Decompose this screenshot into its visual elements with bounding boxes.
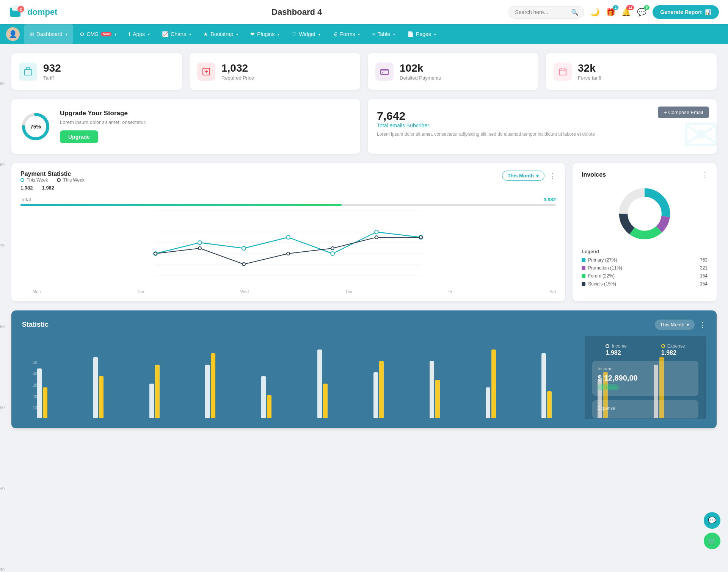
force-tariff-icon	[554, 63, 572, 81]
email-desc: Lorem ipsum dolor sit amet, consectetur …	[377, 132, 708, 137]
bar-white	[93, 357, 98, 418]
theme-toggle[interactable]: 🌙	[590, 8, 600, 17]
statistic-body: 50 40 30 20 10 Income	[22, 336, 706, 419]
legend-val-forum: 154	[700, 273, 708, 279]
svg-point-30	[242, 263, 245, 266]
upgrade-desc: Lorem ipsum dolor sit amet, onsectetur.	[60, 119, 146, 125]
chevron-down-icon-charts: ▾	[189, 32, 191, 36]
bar-yellow	[323, 384, 328, 418]
notifications-button[interactable]: 🔔 12	[621, 8, 631, 17]
storage-percent: 75%	[30, 124, 41, 130]
avatar: 👤	[6, 27, 20, 41]
bar-white	[373, 372, 378, 418]
legend-dot-dark	[57, 178, 61, 182]
required-price-icon	[197, 63, 215, 81]
detailed-payments-icon	[375, 63, 394, 81]
income-label: Income	[612, 343, 626, 349]
email-sub-label: Total emails Subcriber.	[377, 122, 708, 129]
storage-progress: 75%	[20, 111, 51, 142]
legend-dot-teal	[20, 178, 24, 182]
bar-white	[261, 376, 266, 418]
line-chart-area	[20, 210, 556, 288]
bar-yellow	[547, 391, 552, 418]
bar-yellow	[491, 349, 496, 418]
main-content: 932 Tariff 1,032 Required Price 102k Det…	[0, 44, 728, 437]
bar-yellow	[43, 387, 47, 418]
income-box: Income $ 12,890,00 ⬆ +15%	[592, 361, 698, 396]
invoices-more-button[interactable]: ⋮	[701, 171, 708, 179]
income-dot	[606, 344, 609, 348]
legend-label-socials: Socials (15%)	[588, 281, 616, 287]
svg-point-24	[286, 235, 290, 239]
email-card: + Compose Email 7,642 Total emails Subcr…	[368, 99, 717, 154]
bootstrap-icon: ★	[203, 31, 208, 37]
nav-item-widget[interactable]: ♡ Widget ▾	[286, 24, 326, 44]
income-value: 1.982	[606, 349, 626, 356]
total-value: 3.982	[543, 197, 556, 202]
legend-row-promotion: Promotion (11%) 321	[582, 265, 708, 271]
nav-item-apps[interactable]: ℹ Apps ▾	[123, 24, 155, 44]
dashboard-icon: ⊞	[30, 31, 34, 37]
legend-color-forum	[582, 274, 585, 278]
nav-item-pages[interactable]: 📄 Pages ▾	[402, 24, 441, 44]
bar-group	[93, 357, 146, 418]
apps-icon: ℹ	[129, 31, 130, 37]
bar-group	[486, 349, 538, 418]
chat-badge: 5	[644, 5, 650, 10]
nav-item-plugins[interactable]: ❤ Plugins ▾	[245, 24, 285, 44]
bar-white	[541, 353, 546, 418]
legend-label-forum: Forum (22%)	[588, 273, 615, 279]
total-label: Total	[20, 197, 31, 202]
line-chart-container: 100 90 80 70 60 50 40 30	[20, 210, 556, 288]
expense-item: Expense 1.982	[661, 343, 685, 356]
payment-chart-card: Payment Statistic This Week This Week 1.…	[11, 163, 565, 301]
payment-filter-button[interactable]: This Month ▾	[502, 171, 544, 181]
total-row: Total 3.982	[20, 197, 556, 202]
line-chart-svg	[20, 210, 556, 286]
messages-button[interactable]: 💬 5	[637, 8, 646, 17]
more-options-button[interactable]: ⋮	[549, 172, 556, 180]
legend-row-socials: Socials (15%) 154	[582, 281, 708, 287]
bar-group	[37, 368, 89, 418]
bar-group	[373, 361, 426, 418]
search-bar[interactable]: 🔍	[508, 6, 584, 19]
nav-label-charts: Charts	[171, 31, 186, 37]
nav-item-dashboard[interactable]: ⊞ Dashboard ▾	[24, 24, 73, 44]
tariff-icon	[19, 63, 37, 81]
generate-report-button[interactable]: Generate Report 📊	[653, 5, 719, 19]
upgrade-button[interactable]: Upgrade	[60, 130, 98, 143]
bar-group	[261, 376, 314, 418]
detailed-payments-label: Detailed Payments	[400, 75, 441, 81]
nav-item-table[interactable]: ≡ Table ▾	[367, 24, 400, 44]
legend-color-promotion	[582, 266, 585, 270]
chevron-down-stat: ▾	[687, 322, 689, 328]
expense-box-label: Expense	[598, 406, 693, 411]
legend-val-1: 1.982	[20, 185, 33, 191]
expense-label: Expense	[667, 343, 685, 349]
required-price-label: Required Price	[221, 75, 254, 81]
chevron-down-icon-forms: ▾	[358, 32, 360, 36]
bar-white	[430, 361, 434, 418]
detailed-payments-info: 102k Detailed Payments	[400, 62, 441, 81]
payment-chart-legend: This Week This Week	[20, 177, 85, 183]
nav-item-cms[interactable]: ⚙ CMS New ▾	[74, 24, 122, 44]
legend-val-socials: 154	[700, 281, 708, 287]
income-box-label: Income	[598, 366, 693, 371]
chart-icon: 📊	[705, 9, 711, 15]
legend-val-2: 1.982	[42, 185, 55, 191]
bar-group	[149, 365, 202, 418]
statistic-filter-button[interactable]: This Month ▾	[655, 320, 695, 330]
widget-icon: ♡	[292, 31, 297, 37]
expense-dot	[661, 344, 665, 348]
chevron-down-icon-cms: ▾	[115, 32, 116, 36]
gift-button[interactable]: 🎁 2	[606, 8, 615, 17]
nav-item-forms[interactable]: 🖨 Forms ▾	[327, 24, 366, 44]
bar-group	[430, 361, 482, 418]
invoices-legend: Legend Primary (27%) 763 Promotion (11%)…	[582, 249, 708, 287]
nav-item-bootstrap[interactable]: ★ Bootstrap ▾	[198, 24, 243, 44]
nav-item-charts[interactable]: 📈 Charts ▾	[157, 24, 196, 44]
search-input[interactable]	[515, 9, 568, 15]
statistic-more-button[interactable]: ⋮	[699, 321, 706, 329]
bar-yellow	[99, 376, 104, 418]
header-right: 🔍 🌙 🎁 2 🔔 12 💬 5 Generate Report 📊	[508, 5, 719, 19]
